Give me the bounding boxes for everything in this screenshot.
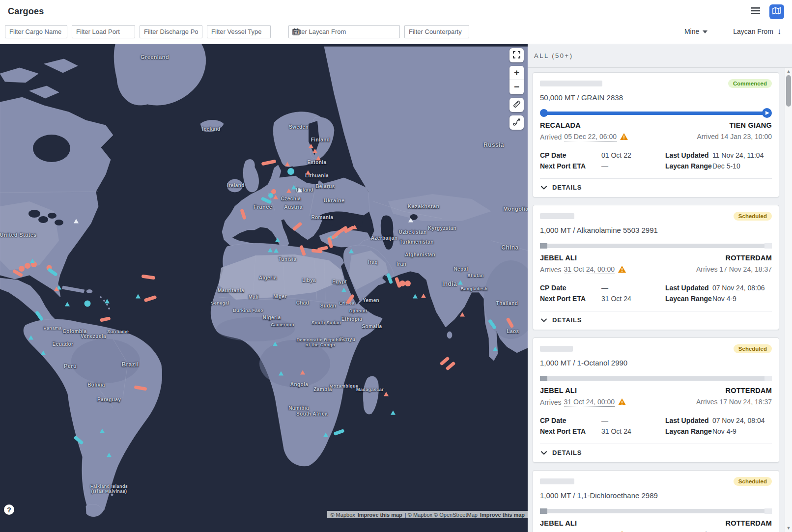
vessel-marker[interactable]: [100, 429, 105, 433]
world-map[interactable]: GreenlandIcelandSwedenFinlandEstoniaLith…: [0, 44, 528, 532]
next-port-eta-label: Next Port ETA: [540, 161, 601, 171]
cargo-card[interactable]: Scheduled 1,000 MT / 1-Octanol 2990 JEBE…: [533, 337, 779, 463]
vessel-marker[interactable]: [323, 433, 328, 437]
vessel-marker[interactable]: [493, 347, 498, 351]
cargo-card[interactable]: Scheduled 1,000 MT / 1,1-Dichloroethane …: [533, 470, 779, 532]
filter-load-port-input[interactable]: [72, 25, 135, 38]
panel-scrollbar[interactable]: ▲ ▼: [785, 68, 792, 532]
cargo-card[interactable]: Commenced 50,000 MT / GRAIN 2838 RECALAD…: [533, 72, 779, 197]
filter-counterparty-input[interactable]: [404, 25, 469, 38]
vessel-marker[interactable]: [54, 287, 59, 291]
vessel-marker[interactable]: [273, 195, 278, 199]
vessel-marker[interactable]: [352, 225, 357, 229]
vessel-marker[interactable]: [349, 249, 354, 253]
vessel-marker[interactable]: [279, 371, 283, 376]
details-toggle[interactable]: DETAILS: [540, 311, 772, 330]
vessel-marker[interactable]: [297, 188, 302, 193]
scrollbar-thumb[interactable]: [786, 75, 791, 107]
vessel-marker[interactable]: [41, 351, 46, 355]
destination-arrival-line: Arrives 17 Nov 24, 18:37: [696, 398, 772, 406]
vessel-marker[interactable]: [268, 248, 273, 252]
voyage-progress-bar: [540, 506, 772, 516]
vessel-marker[interactable]: [25, 263, 30, 269]
next-port-eta-value: —: [601, 161, 608, 171]
map-view-button[interactable]: [769, 4, 784, 19]
attribution-text: © Mapbox: [330, 512, 355, 518]
zoom-in-button[interactable]: +: [509, 66, 524, 80]
vessel-marker[interactable]: [421, 294, 426, 298]
vessel-marker[interactable]: [287, 168, 294, 175]
scrollbar-up-arrow[interactable]: ▲: [785, 69, 792, 74]
vessel-marker[interactable]: [309, 144, 313, 148]
filter-cargo-name-input[interactable]: [5, 25, 67, 38]
improve-map-link[interactable]: Improve this map: [358, 512, 402, 518]
vessel-marker[interactable]: [458, 280, 463, 285]
voyage-progress-bar: [540, 241, 772, 251]
laycan-range-value: Nov 4-9: [712, 426, 736, 437]
vessel-marker[interactable]: [306, 170, 311, 175]
cargo-quantity: 1,000 MT / 1,1-Dichloroethane 2989: [540, 491, 772, 500]
fullscreen-button[interactable]: [509, 48, 524, 62]
vessel-marker[interactable]: [384, 392, 389, 396]
details-toggle[interactable]: DETAILS: [540, 178, 772, 197]
last-updated-label: Last Updated: [665, 415, 712, 426]
origin-arrival-date[interactable]: 31 Oct 24, 00:00: [564, 265, 615, 274]
zoom-out-button[interactable]: −: [509, 80, 524, 94]
vessel-marker[interactable]: [65, 302, 70, 307]
vessel-marker[interactable]: [28, 336, 33, 340]
vessel-name-skeleton: [540, 478, 574, 484]
vessel-marker[interactable]: [268, 193, 273, 198]
vessel-marker[interactable]: [300, 370, 305, 375]
details-label: DETAILS: [552, 449, 582, 456]
filter-discharge-port-input[interactable]: [140, 25, 202, 38]
vessel-marker[interactable]: [413, 294, 418, 299]
chevron-down-icon: [541, 449, 547, 456]
vessel-marker[interactable]: [136, 294, 141, 299]
vessel-marker[interactable]: [460, 312, 465, 317]
last-updated-label: Last Updated: [665, 282, 712, 293]
measure-button[interactable]: [509, 98, 524, 112]
improve-map-link[interactable]: Improve this map: [480, 512, 525, 518]
progress-track: [547, 244, 764, 248]
vessel-marker[interactable]: [312, 149, 317, 153]
progress-origin-marker: [540, 109, 548, 117]
vessel-marker[interactable]: [273, 342, 278, 346]
next-port-eta-value: 31 Oct 24: [601, 293, 631, 304]
help-button[interactable]: ?: [4, 504, 14, 515]
vessel-name-skeleton: [540, 81, 602, 86]
vessel-marker[interactable]: [85, 301, 91, 307]
cargo-card[interactable]: Scheduled 1,000 MT / Alkanolamine 5503 2…: [533, 205, 779, 330]
filter-laycan-from-input[interactable]: [288, 25, 400, 38]
vessel-marker[interactable]: [30, 259, 35, 263]
scrollbar-down-arrow[interactable]: ▼: [785, 526, 792, 531]
origin-port-name: JEBEL ALI: [540, 519, 626, 527]
list-view-icon: [751, 7, 760, 16]
vessel-marker[interactable]: [408, 218, 413, 223]
sort-control[interactable]: Laycan From ↓: [733, 27, 781, 36]
vessel-marker[interactable]: [275, 238, 280, 242]
vessel-marker[interactable]: [291, 185, 296, 190]
vessel-marker[interactable]: [107, 453, 112, 457]
list-view-button[interactable]: [748, 4, 763, 19]
details-toggle[interactable]: DETAILS: [540, 444, 772, 462]
scope-dropdown[interactable]: Mine: [684, 28, 707, 35]
vessel-marker[interactable]: [316, 156, 321, 161]
vessel-marker[interactable]: [405, 280, 411, 286]
warning-triangle-icon: [618, 266, 626, 274]
vessel-marker[interactable]: [105, 299, 110, 304]
vessel-marker[interactable]: [341, 288, 346, 292]
destination-port-name: ROTTERDAM: [696, 254, 772, 262]
next-port-eta-label: Next Port ETA: [540, 293, 601, 304]
origin-arrival-date[interactable]: 31 Oct 24, 00:00: [564, 398, 615, 407]
filter-vessel-type-input[interactable]: [207, 25, 271, 38]
vessel-marker[interactable]: [286, 189, 291, 193]
vessel-marker[interactable]: [19, 266, 25, 272]
progress-origin-marker: [540, 376, 547, 381]
vessel-marker[interactable]: [391, 411, 396, 415]
route-button[interactable]: [509, 115, 524, 130]
vessel-marker[interactable]: [285, 162, 290, 167]
origin-arrival-date[interactable]: 05 Dec 22, 06:00: [564, 133, 617, 141]
status-badge: Scheduled: [734, 477, 772, 486]
vessel-marker[interactable]: [274, 249, 279, 253]
vessel-marker[interactable]: [74, 219, 79, 224]
